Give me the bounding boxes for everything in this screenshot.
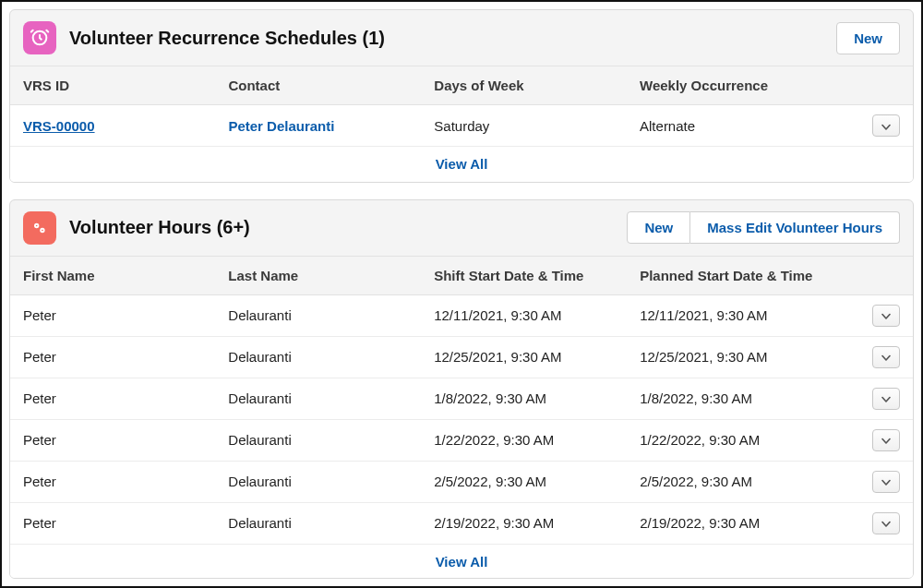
- hours-button-group: New Mass Edit Volunteer Hours: [627, 211, 900, 244]
- row-menu-button[interactable]: [872, 305, 900, 327]
- hours-col-last: Last Name: [215, 256, 421, 294]
- shift-value: 1/8/2022, 9:30 AM: [434, 390, 546, 406]
- hours-col-planned: Planned Start Date & Time: [627, 256, 859, 294]
- vrs-id-link[interactable]: VRS-00000: [23, 118, 95, 134]
- first-name-value: Peter: [23, 307, 56, 323]
- svg-point-3: [36, 224, 38, 226]
- schedules-col-vrsid: VRS ID: [10, 66, 215, 105]
- shift-value: 1/22/2022, 9:30 AM: [434, 432, 554, 448]
- first-name-value: Peter: [23, 390, 56, 406]
- table-row: PeterDelauranti12/25/2021, 9:30 AM12/25/…: [10, 336, 913, 378]
- clock-icon: [23, 21, 56, 54]
- hours-table: First Name Last Name Shift Start Date & …: [10, 256, 913, 545]
- caret-down-icon: [881, 474, 891, 489]
- planned-value: 2/19/2022, 9:30 AM: [640, 515, 760, 531]
- hours-table-wrap: First Name Last Name Shift Start Date & …: [10, 256, 913, 579]
- row-menu-button[interactable]: [872, 388, 900, 410]
- schedules-new-button[interactable]: New: [836, 22, 900, 54]
- schedules-card: Volunteer Recurrence Schedules (1) New V…: [9, 9, 914, 183]
- planned-value: 2/5/2022, 9:30 AM: [640, 474, 752, 489]
- schedules-col-occur: Weekly Occurrence: [627, 66, 859, 105]
- last-name-value: Delauranti: [228, 432, 291, 448]
- first-name-value: Peter: [23, 432, 56, 448]
- schedules-view-all-link[interactable]: View All: [436, 156, 488, 172]
- first-name-value: Peter: [23, 474, 56, 489]
- schedules-table-wrap: VRS ID Contact Days of Week Weekly Occur…: [10, 66, 913, 183]
- row-menu-button[interactable]: [872, 471, 900, 493]
- hours-title: Volunteer Hours (6+): [69, 217, 627, 238]
- last-name-value: Delauranti: [228, 474, 291, 489]
- hours-header: Volunteer Hours (6+) New Mass Edit Volun…: [10, 200, 913, 256]
- planned-value: 1/8/2022, 9:30 AM: [640, 390, 752, 406]
- caret-down-icon: [881, 349, 891, 365]
- occurrence-value: Alternate: [640, 118, 695, 134]
- hours-col-shift: Shift Start Date & Time: [421, 256, 627, 294]
- table-row: PeterDelauranti1/22/2022, 9:30 AM1/22/20…: [10, 419, 913, 461]
- last-name-value: Delauranti: [228, 349, 291, 365]
- first-name-value: Peter: [23, 349, 56, 365]
- days-value: Saturday: [434, 118, 489, 134]
- hours-view-all-link[interactable]: View All: [436, 554, 488, 570]
- schedules-table: VRS ID Contact Days of Week Weekly Occur…: [10, 66, 913, 147]
- shift-value: 12/11/2021, 9:30 AM: [434, 307, 561, 323]
- svg-point-4: [42, 229, 43, 231]
- page-root: Volunteer Recurrence Schedules (1) New V…: [0, 0, 923, 588]
- hours-col-first: First Name: [10, 256, 215, 294]
- row-menu-button[interactable]: [872, 429, 900, 451]
- row-menu-button[interactable]: [872, 114, 900, 137]
- last-name-value: Delauranti: [228, 515, 291, 531]
- shift-value: 2/19/2022, 9:30 AM: [434, 515, 554, 531]
- schedules-header: Volunteer Recurrence Schedules (1) New: [10, 10, 913, 66]
- caret-down-icon: [881, 515, 891, 531]
- schedules-footer: View All: [10, 147, 913, 183]
- shift-value: 12/25/2021, 9:30 AM: [434, 349, 561, 365]
- table-row: PeterDelauranti1/8/2022, 9:30 AM1/8/2022…: [10, 378, 913, 419]
- table-row: PeterDelauranti2/5/2022, 9:30 AM2/5/2022…: [10, 461, 913, 502]
- table-row: PeterDelauranti12/11/2021, 9:30 AM12/11/…: [10, 294, 913, 336]
- row-menu-button[interactable]: [872, 346, 900, 368]
- caret-down-icon: [881, 307, 891, 323]
- caret-down-icon: [881, 432, 891, 448]
- shift-value: 2/5/2022, 9:30 AM: [434, 474, 546, 489]
- table-row: VRS-00000Peter DelaurantiSaturdayAlterna…: [10, 105, 913, 147]
- hours-footer: View All: [10, 545, 913, 579]
- hours-mass-edit-button[interactable]: Mass Edit Volunteer Hours: [690, 211, 900, 244]
- caret-down-icon: [881, 118, 891, 134]
- first-name-value: Peter: [23, 515, 56, 531]
- schedules-title: Volunteer Recurrence Schedules (1): [69, 28, 836, 49]
- contact-link[interactable]: Peter Delauranti: [228, 118, 334, 134]
- hours-card: Volunteer Hours (6+) New Mass Edit Volun…: [9, 199, 914, 579]
- planned-value: 12/11/2021, 9:30 AM: [640, 307, 767, 323]
- hours-new-button[interactable]: New: [627, 211, 690, 244]
- last-name-value: Delauranti: [228, 307, 291, 323]
- caret-down-icon: [881, 390, 891, 406]
- schedules-col-contact: Contact: [215, 66, 421, 105]
- planned-value: 12/25/2021, 9:30 AM: [640, 349, 767, 365]
- gears-icon: [23, 211, 56, 245]
- last-name-value: Delauranti: [228, 390, 291, 406]
- row-menu-button[interactable]: [872, 512, 900, 534]
- schedules-col-days: Days of Week: [421, 66, 627, 105]
- table-row: PeterDelauranti2/19/2022, 9:30 AM2/19/20…: [10, 502, 913, 544]
- planned-value: 1/22/2022, 9:30 AM: [640, 432, 760, 448]
